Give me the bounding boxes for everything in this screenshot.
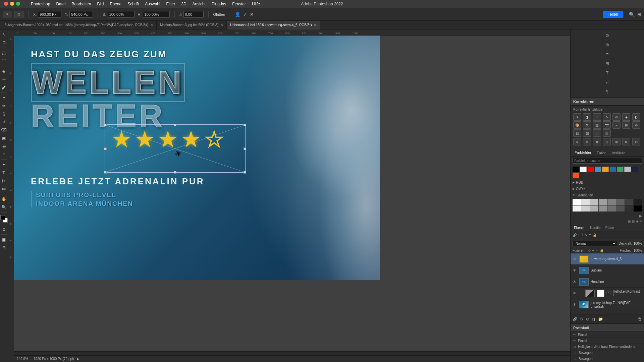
menu-auswahl[interactable]: Auswahl [145, 2, 160, 6]
graustufen-icon-3[interactable]: ⊕ [636, 220, 639, 223]
horizontal-scrollbar[interactable] [14, 351, 570, 355]
menu-hilfe[interactable]: Hilfe [252, 2, 260, 6]
gs-swatch-1[interactable] [573, 199, 581, 205]
group-icon[interactable]: 📁 [598, 317, 603, 321]
korrektur-hue[interactable]: ◐ [632, 113, 640, 121]
angle-input[interactable] [183, 11, 204, 18]
swatch-white[interactable] [580, 167, 587, 172]
color-selector[interactable] [0, 215, 8, 223]
eraser-tool[interactable]: ⌫ [0, 126, 8, 134]
proto-item-5[interactable]: ↔ Bewegen [571, 356, 644, 362]
korrektur-extra-5[interactable]: ⊕ [612, 138, 621, 145]
farbfelder-search-input[interactable] [573, 158, 642, 164]
h-input[interactable] [143, 11, 170, 18]
dodge-tool[interactable]: ○ [0, 150, 8, 158]
layer-toolbar-icon-2[interactable]: + [578, 233, 580, 237]
korrektur-selective[interactable]: ◎ [603, 129, 611, 137]
cmyk-group-header[interactable]: ▶ CMYK [573, 186, 642, 191]
brush-tool[interactable]: ✏ [0, 102, 8, 110]
fix-icon-1[interactable]: ⊹ [588, 249, 591, 252]
gs-swatch-14[interactable] [616, 205, 625, 212]
menu-fenster[interactable]: Fenster [232, 2, 246, 6]
layer-eye-3[interactable]: 👁 [573, 280, 577, 284]
layer-toolbar-icon-1[interactable]: 🔗 [573, 233, 577, 237]
history-brush-tool[interactable]: ↺ [0, 118, 8, 126]
menu-filter[interactable]: Filter [166, 2, 175, 6]
graustufen-icon-1[interactable]: ⊞ [628, 220, 631, 223]
object-select-tool[interactable]: ◈ [0, 68, 8, 75]
lasso-tool[interactable]: ⌒ [0, 57, 8, 65]
menu-plugins[interactable]: Plug-ins [212, 2, 226, 6]
korrektur-threshold[interactable]: ▧ [583, 129, 591, 137]
zoom-tool[interactable]: 🔍 [0, 203, 8, 211]
layer-toolbar-icon-3[interactable]: T [581, 233, 583, 237]
layer-row-helligkeit[interactable]: 👁 8 Helligkeit/Kontrast 1 [571, 288, 644, 299]
status-arrow[interactable]: ▶ [77, 357, 79, 361]
gs-swatch-10[interactable] [581, 205, 590, 212]
graustufen-icon-2[interactable]: ⊟ [632, 220, 635, 223]
proto-item-1[interactable]: ✏ Pinsel [571, 332, 644, 338]
gs-swatch-15[interactable] [625, 205, 633, 212]
opacity-value[interactable]: 100% [633, 242, 642, 245]
check-icon[interactable]: ✓ [243, 12, 247, 17]
tab-farbfelder[interactable]: Farbfelder [572, 149, 594, 156]
korrektur-posterize[interactable]: ▤ [573, 129, 581, 137]
rp-icon-3[interactable]: ≡ [603, 50, 612, 58]
korrektur-helligkeit[interactable]: ☀ [573, 113, 581, 121]
type-tool[interactable]: T [0, 169, 8, 176]
fix-icon-2[interactable]: ✦ [592, 249, 594, 252]
korrektur-bw[interactable]: ▥ [593, 121, 601, 129]
menu-bearbeiten[interactable]: Bearbeiten [71, 2, 91, 6]
layout-icon[interactable]: ⊞ [637, 12, 641, 17]
fix-icon-4[interactable]: 🔒 [600, 249, 604, 252]
marquee-tool[interactable]: ⬚ [0, 49, 8, 57]
tab-2[interactable]: Mockup-Banner-3.jpg bei 50% (RGB/8) ✕ [157, 21, 227, 29]
tab-1-close[interactable]: ✕ [150, 23, 153, 27]
korrektur-extra-4[interactable]: ⊟ [603, 138, 611, 145]
pen-tool[interactable]: ✒ [0, 161, 8, 168]
korrektur-extra-3[interactable]: ⊠ [593, 138, 601, 145]
transform-handle-bl[interactable] [104, 171, 107, 174]
blur-tool[interactable]: ◎ [0, 142, 8, 150]
close-button[interactable] [4, 2, 8, 6]
fix-icon-3[interactable]: ↔ [595, 249, 599, 252]
proto-item-2[interactable]: ✏ Pinsel [571, 338, 644, 344]
stamp-tool[interactable]: ⎘ [0, 110, 8, 118]
rp-icon-2[interactable]: ⊕ [603, 40, 612, 49]
gradient-tool[interactable]: ▣ [0, 134, 8, 142]
korrektur-photo[interactable]: 📷 [603, 121, 611, 129]
mask-icon[interactable]: ⊙ [586, 317, 589, 321]
zoom-level[interactable]: 149,9% [17, 357, 28, 361]
document-canvas[interactable]: HAST DU DAS ZEUG ZUM WELLEN REITER [14, 36, 380, 280]
korrektur-saturation[interactable]: 🎨 [573, 121, 581, 129]
gs-swatch-7[interactable] [625, 199, 633, 205]
heal-tool[interactable]: ✦ [0, 94, 8, 102]
gs-swatch-6[interactable] [616, 199, 625, 205]
layer-row-jeremy[interactable]: 👁 🌊 jeremy-bishop-7...NWjEAE-unsplash [571, 299, 644, 310]
rp-icon-7[interactable]: ¶ [603, 87, 612, 96]
korrektur-extra-7[interactable]: ⊘ [632, 138, 640, 145]
quickmask-tool[interactable]: ⊘ [0, 226, 8, 233]
proto-item-3[interactable]: ⊙ Helligkeits-/Kontrast-Ebene verändern [571, 344, 644, 350]
etab-pfade[interactable]: Pfade [603, 225, 616, 231]
gs-swatch-11[interactable] [590, 205, 598, 212]
menu-photoshop[interactable]: Photoshop [31, 2, 50, 6]
move-tool-option[interactable]: ↖ [3, 11, 12, 18]
gs-swatch-2[interactable] [581, 199, 590, 205]
cancel-check-icon[interactable]: ✕ [250, 12, 254, 17]
shape-tool[interactable]: ▭ [0, 185, 8, 192]
layer-eye-5[interactable]: 👁 [573, 302, 577, 307]
protokoll-header[interactable]: Protokoll [571, 324, 644, 332]
crop-tool[interactable]: ⊹ [0, 76, 8, 83]
person-icon[interactable]: 👤 [235, 12, 240, 17]
etab-ebenen[interactable]: Ebenen [572, 225, 587, 231]
gs-swatch-8[interactable] [634, 199, 642, 205]
maximize-button[interactable] [16, 2, 20, 6]
layer-eye-2[interactable]: 👁 [573, 268, 577, 273]
swatch-orange-red[interactable] [573, 173, 579, 178]
tab-2-close[interactable]: ✕ [220, 23, 223, 27]
transform-handle-ml[interactable] [104, 147, 107, 150]
menu-schrift[interactable]: Schrift [127, 2, 139, 6]
rp-icon-5[interactable]: T [603, 68, 612, 77]
layer-eye-1[interactable]: 👁 [573, 257, 577, 261]
